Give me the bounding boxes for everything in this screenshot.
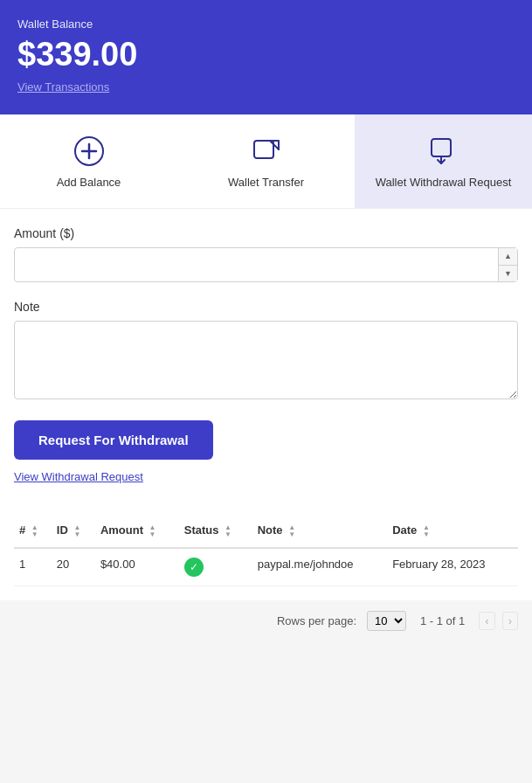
wallet-header: Wallet Balance $339.00 View Transactions xyxy=(0,0,532,114)
spinner-buttons: ▲ ▼ xyxy=(498,248,517,281)
amount-label: Amount ($) xyxy=(14,226,518,240)
sort-status: ▲ ▼ xyxy=(225,524,231,538)
add-balance-card[interactable]: Add Balance xyxy=(0,114,177,208)
cell-id: 20 xyxy=(52,548,95,586)
amount-input[interactable] xyxy=(15,248,498,281)
page-info: 1 - 1 of 1 xyxy=(420,614,465,627)
pagination-row: Rows per page: 10 25 50 1 - 1 of 1 ‹ › xyxy=(0,600,532,638)
wallet-withdrawal-label: Wallet Withdrawal Request xyxy=(376,176,512,189)
table-header-row: # ▲ ▼ ID ▲ ▼ Amount ▲ xyxy=(14,515,518,548)
amount-input-wrapper: ▲ ▼ xyxy=(14,247,518,282)
cell-note: paypal.me/johndoe xyxy=(252,548,387,586)
withdrawal-table-section: # ▲ ▼ ID ▲ ▼ Amount ▲ xyxy=(0,515,532,600)
col-num[interactable]: # ▲ ▼ xyxy=(14,515,52,548)
wallet-transfer-label: Wallet Transfer xyxy=(228,176,304,189)
wallet-withdrawal-icon xyxy=(426,134,461,169)
withdrawal-table: # ▲ ▼ ID ▲ ▼ Amount ▲ xyxy=(14,515,518,586)
cell-amount: $40.00 xyxy=(95,548,179,586)
svg-rect-5 xyxy=(432,139,451,156)
add-balance-label: Add Balance xyxy=(57,176,121,189)
next-page-button[interactable]: › xyxy=(502,612,518,630)
view-withdrawal-link[interactable]: View Withdrawal Request xyxy=(14,470,518,483)
col-status[interactable]: Status ▲ ▼ xyxy=(179,515,252,548)
cell-date: February 28, 2023 xyxy=(387,548,518,586)
sort-num: ▲ ▼ xyxy=(31,524,38,538)
status-badge: ✓ xyxy=(184,558,204,577)
main-form: Amount ($) ▲ ▼ Note Request For Withdraw… xyxy=(0,209,532,515)
add-balance-icon xyxy=(72,134,107,169)
note-label: Note xyxy=(14,300,518,314)
spinner-up-button[interactable]: ▲ xyxy=(499,248,517,266)
wallet-withdrawal-card[interactable]: Wallet Withdrawal Request xyxy=(355,114,532,208)
wallet-transfer-icon xyxy=(249,134,284,169)
prev-page-button[interactable]: ‹ xyxy=(479,612,494,630)
cell-status: ✓ xyxy=(179,548,252,586)
col-amount[interactable]: Amount ▲ ▼ xyxy=(95,515,179,548)
balance-label: Wallet Balance xyxy=(17,17,515,31)
col-id[interactable]: ID ▲ ▼ xyxy=(52,515,95,548)
sort-id: ▲ ▼ xyxy=(73,524,80,538)
balance-amount: $339.00 xyxy=(17,36,515,73)
note-textarea[interactable] xyxy=(14,321,518,399)
amount-field-group: Amount ($) ▲ ▼ xyxy=(14,226,518,282)
cell-num: 1 xyxy=(14,548,52,586)
note-field-group: Note xyxy=(14,300,518,403)
sort-amount: ▲ ▼ xyxy=(149,524,156,538)
withdrawal-request-button[interactable]: Request For Withdrawal xyxy=(14,420,213,460)
col-date[interactable]: Date ▲ ▼ xyxy=(387,515,518,548)
action-cards: Add Balance Wallet Transfer Wallet Withd… xyxy=(0,114,532,209)
sort-date: ▲ ▼ xyxy=(423,524,430,538)
svg-rect-3 xyxy=(254,141,273,158)
view-transactions-link[interactable]: View Transactions xyxy=(17,80,515,94)
col-note[interactable]: Note ▲ ▼ xyxy=(252,515,387,548)
rows-per-page-label: Rows per page: xyxy=(277,614,356,627)
rows-per-page-select[interactable]: 10 25 50 xyxy=(367,611,406,631)
sort-note: ▲ ▼ xyxy=(288,524,295,538)
wallet-transfer-card[interactable]: Wallet Transfer xyxy=(177,114,355,208)
spinner-down-button[interactable]: ▼ xyxy=(499,266,517,282)
table-row: 1 20 $40.00 ✓ paypal.me/johndoe February… xyxy=(14,548,518,586)
